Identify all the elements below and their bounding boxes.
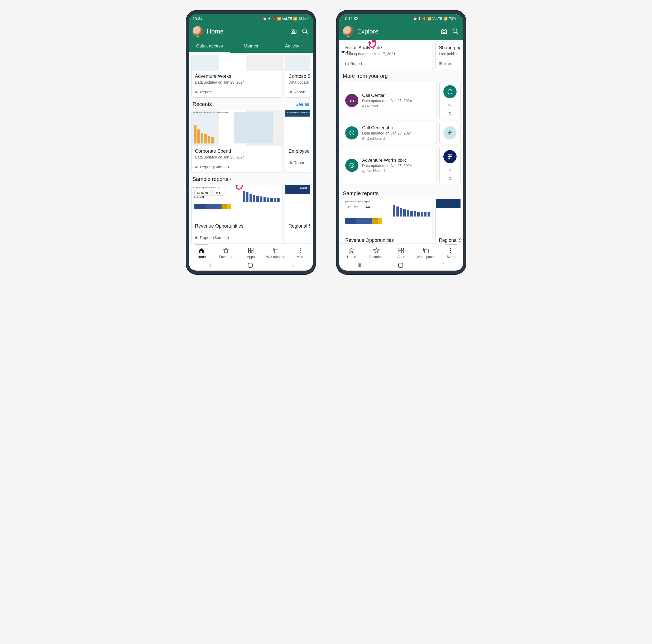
nav-workspaces[interactable]: Workspaces [413,246,438,259]
list-title: Adventure Works.pbix [362,158,433,163]
content-scroll[interactable]: Retail Analy mple Data updated on Mar 17… [339,40,463,244]
list-item-adventure-works-pbix[interactable]: Adventure Works.pbix Data updated on Jan… [342,147,437,184]
page-title: Explore [357,28,436,35]
back-icon[interactable]: 〈 [290,262,294,268]
star-icon [373,247,380,254]
home-button-icon[interactable] [398,263,403,268]
card-type: Report [192,88,282,97]
svg-point-10 [443,31,445,33]
list-item-call-center[interactable]: Call Center Data updated on Jan 23, 2024… [342,82,437,119]
card-employee[interactable]: HUMAN RESOURCES SAMPL Employee Report [285,110,310,172]
tab-metrics[interactable]: Metrics [230,40,272,53]
card-retail-analysis[interactable]: Retail Analy mple Data updated on Mar 17… [342,43,433,69]
card-thumbnail: IT SPEND ANALYSIS SAMPLE PBIX [192,110,282,146]
card-title: Contoso S [289,74,310,79]
bottom-nav: Home Favorites Apps Workspaces More [189,244,313,260]
section-recents: Recents See all [191,97,310,110]
card-title: Employee [289,148,310,154]
card-title: Revenue Opportunities [345,237,429,243]
list-subtitle: Data updated on Jan 23, 2024 [362,164,433,168]
card-thumbnail [286,55,310,71]
card-revenue-opportunities[interactable]: Opportunity Analysis Report $1.97bn 444 … [191,185,282,243]
nav-favorites[interactable]: Favorites [364,246,389,259]
status-bar: 10:34 ⏰ ✱ 🔇 📶 VoLTE 📶 68% ▯ [189,14,313,23]
list-item-call-center-pbix[interactable]: Call Center.pbix Data updated on Jan 23,… [342,122,437,144]
camera-icon[interactable] [440,27,448,35]
nav-home[interactable]: Home [189,246,214,259]
content-scroll[interactable]: Adventure Works Data updated on Jan 23, … [189,53,313,244]
nav-home[interactable]: Home [339,246,364,259]
nav-apps[interactable]: Apps [239,246,263,259]
recent-apps-icon[interactable]: ||| [208,263,211,268]
nav-apps[interactable]: Apps [389,246,413,259]
list-type: ◎ Dashboard [362,136,433,141]
svg-point-11 [453,29,457,33]
status-icons: ⏰ ✱ 🔇 📶 VoLTE 📶 68% ▯ [263,17,309,21]
card-title: Adventure Works [195,74,279,79]
svg-point-28 [450,252,451,253]
search-icon[interactable] [452,27,459,35]
nav-workspaces[interactable]: Workspaces [263,246,288,259]
see-all-link[interactable]: See all [295,102,309,107]
workspaces-icon [272,247,279,254]
camera-icon[interactable] [290,27,298,35]
svg-rect-3 [251,248,253,250]
tab-activity[interactable]: Activity [271,40,313,53]
nav-favorites[interactable]: Favorites [214,246,239,259]
nav-more[interactable]: More [438,246,463,259]
card-type: Report (Sample) [192,163,282,172]
svg-rect-23 [399,251,401,253]
dashboard-circle-icon [345,159,358,172]
svg-rect-18 [448,155,450,157]
app-circle-icon [443,126,457,140]
nav-more[interactable]: More [288,246,313,259]
search-icon[interactable] [301,27,309,35]
tab-quick-access[interactable]: Quick access [189,40,230,53]
pointer-hand-icon [367,40,380,50]
card-adventure-works[interactable]: Adventure Works Data updated on Jan 23, … [191,55,282,97]
svg-point-7 [300,248,301,249]
card-thumbnail: SALES $11.43M [286,185,310,221]
recent-apps-icon[interactable]: ||| [358,263,361,268]
list-type: Report [362,104,433,108]
card-revenue-opportunities[interactable]: Opportunity Analysis Report $1.97bn 444 … [342,199,433,244]
card-regional[interactable]: SALES $11.43M Regional S [285,185,310,243]
back-icon[interactable]: 〈 [440,262,444,268]
section-more-from-org: More from your org [342,69,461,82]
svg-rect-6 [274,249,278,253]
list-item-side[interactable]: E D [439,147,461,184]
report-icon [345,62,349,65]
system-nav: ||| 〈 [339,260,463,271]
report-circle-icon [345,94,358,107]
svg-rect-2 [248,248,250,250]
list-type: ◎ Dashboard [362,169,433,173]
svg-rect-19 [450,155,452,157]
home-icon [198,247,205,254]
svg-point-0 [293,31,295,33]
star-icon [223,247,229,254]
card-type: Report [286,88,310,97]
avatar[interactable] [343,26,353,37]
card-thumbnail: HUMAN RESOURCES SAMPL [286,110,310,146]
svg-rect-24 [402,251,404,253]
list-subtitle: Data updated on Jan 23, 2024 [362,131,433,135]
home-button-icon[interactable] [248,263,253,268]
card-regional[interactable]: SALES $11.43M Regional S [435,199,461,244]
report-icon [289,161,292,164]
card-sharing-app[interactable]: Sharing ap Last publish ⊞ App [435,43,461,69]
app-icon: ⊞ [439,61,442,66]
card-thumbnail: Opportunity Analysis Report $1.97bn 444 [342,199,433,235]
card-contoso[interactable]: Contoso S Data update Report [285,55,310,97]
svg-point-27 [450,250,451,251]
list-item-side[interactable]: C D [439,82,461,119]
list-item-side[interactable] [439,122,461,144]
map-icon [234,112,273,143]
card-type: ⊞ App [436,59,461,69]
card-title: Revenue Opportunities [195,223,279,229]
card-corporate-spend[interactable]: IT SPEND ANALYSIS SAMPLE PBIX Corporate … [191,110,282,172]
card-subtitle: Data updated on Jan 23, 2024 [195,80,279,84]
avatar[interactable] [193,26,203,37]
section-sample-reports[interactable]: Sample reports› [191,172,310,185]
list-subtitle: Data updated on Jan 23, 2024 [362,99,433,103]
phone-right: 10:11 🖼 ⏰ ✱ 🔇 📶 VoLTE 📶 73% ▯ Explore Re [336,10,466,274]
